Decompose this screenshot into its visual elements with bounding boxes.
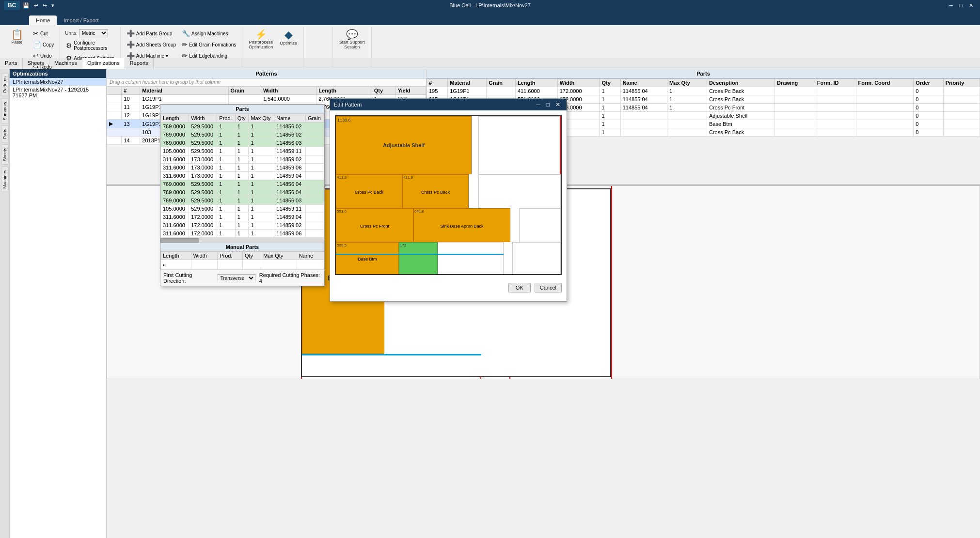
postprocess-button[interactable]: ⚡ PostprocessOptimization	[246, 28, 275, 51]
minimize-button[interactable]: ─	[947, 1, 956, 10]
dialog-maximize-button[interactable]: □	[544, 101, 552, 108]
cutting-dir-select[interactable]: Transverse Longitudinal	[218, 274, 255, 282]
col-width[interactable]: Width	[189, 114, 217, 123]
col-grain[interactable]: Grain	[228, 87, 261, 95]
add-sheets-group-button[interactable]: ➕ Add Sheets Group	[125, 39, 178, 50]
col-qty[interactable]: Qty	[235, 114, 249, 123]
maximize-button[interactable]: □	[956, 1, 965, 10]
col-maxqty[interactable]: Max Qty	[249, 114, 274, 123]
col-drawing[interactable]: Drawing	[775, 79, 815, 87]
qa-more-button[interactable]: ▾	[50, 2, 56, 9]
table-row[interactable]: 769.0000529.5000111114856 04	[161, 188, 324, 197]
col-prod[interactable]: Prod.	[217, 114, 235, 123]
table-row[interactable]: 769.0000529.5000111114856 02	[161, 123, 324, 131]
table-row[interactable]: 769.0000529.5000111114856 04	[161, 180, 324, 188]
assign-machines-button[interactable]: 🔧 Assign Machines	[180, 28, 238, 39]
col-name[interactable]: Name	[274, 114, 306, 123]
col-qty[interactable]: Qty	[372, 87, 395, 95]
col-grain[interactable]: Grain	[305, 114, 324, 123]
table-row[interactable]: 311.6000172.0000111114859 02	[161, 221, 324, 230]
vtab-patterns[interactable]: Patterns	[1, 73, 9, 96]
vtab-machines[interactable]: Machines	[1, 167, 9, 192]
units-select[interactable]: Metric Imperial	[79, 29, 108, 37]
tab-optimizations[interactable]: Optimizations	[82, 58, 125, 69]
edit-edgeband-button[interactable]: ✏ Edit Edgebanding	[180, 50, 238, 61]
dialog-close-button[interactable]: ✕	[553, 101, 563, 108]
vtab-summary[interactable]: Summary	[1, 98, 9, 124]
copy-button[interactable]: 📄 Copy	[31, 39, 56, 50]
col-priority[interactable]: Priority	[943, 79, 980, 87]
table-row[interactable]: 311.6000172.0000111114859 06	[161, 230, 324, 238]
col-hash[interactable]: #	[427, 79, 448, 87]
parts-dialog-scroll[interactable]: Length Width Prod. Qty Max Qty Name Grai…	[160, 114, 324, 238]
table-row[interactable]: 105.0000529.5000111114859 11	[161, 205, 324, 213]
table-row[interactable]: 1951G19P1411.6000172.00001114855 041Cros…	[427, 87, 980, 95]
col-length[interactable]: Length	[316, 87, 372, 95]
edit-grain-label: Edit Grain Formations	[189, 42, 236, 47]
vtab-parts[interactable]: Parts	[1, 125, 9, 142]
qa-redo-button[interactable]: ↪	[41, 2, 48, 9]
table-row[interactable]: 769.0000529.5000111114856 02	[161, 131, 324, 139]
parts-dialog-hscroll[interactable]	[160, 238, 324, 243]
col-qty[interactable]: Qty	[600, 79, 620, 87]
mcol-qty[interactable]: Qty	[242, 252, 261, 260]
col-yield[interactable]: Yield	[395, 87, 426, 95]
mcol-prod[interactable]: Prod.	[218, 252, 243, 260]
mcol-maxqty[interactable]: Max Qty	[261, 252, 297, 260]
col-order[interactable]: Order	[914, 79, 944, 87]
manual-parts-table: Length Width Prod. Qty Max Qty Name •	[160, 251, 324, 270]
optimize-button[interactable]: ◆ Optimize	[277, 28, 300, 47]
mcol-name[interactable]: Name	[297, 252, 324, 260]
paste-button[interactable]: 📋 Paste	[5, 28, 29, 46]
edit-edgeband-label: Edit Edgebanding	[189, 53, 227, 59]
tab-reports[interactable]: Reports	[125, 58, 154, 69]
start-support-button[interactable]: 💬 Start SupportSession	[337, 28, 367, 51]
tab-home[interactable]: Home	[29, 15, 57, 25]
table-row[interactable]: 769.0000529.5000111114856 03	[161, 139, 324, 147]
opt-item-2[interactable]: LPInternalsMixNov27 - 1292015 71627 PM	[10, 86, 106, 99]
optimizations-header: Optimizations	[10, 69, 106, 78]
tab-sheets[interactable]: Sheets	[23, 58, 49, 69]
add-parts-group-button[interactable]: ➕ Add Parts Group	[125, 28, 178, 39]
configure-postprocessors-button[interactable]: ⚙ ConfigurePostprocessors	[64, 39, 116, 52]
table-row[interactable]: 311.6000172.0000111114859 04	[161, 213, 324, 221]
tab-machines[interactable]: Machines	[49, 58, 82, 69]
table-row[interactable]: 311.6000173.0000111114859 04	[161, 172, 324, 180]
col-desc[interactable]: Description	[707, 79, 775, 87]
mcol-length[interactable]: Length	[161, 252, 191, 260]
add-parts-label: Add Parts Group	[136, 31, 172, 36]
cut-button[interactable]: ✂ Cut	[31, 28, 56, 39]
col-width[interactable]: Width	[261, 87, 316, 95]
col-name[interactable]: Name	[620, 79, 667, 87]
table-row[interactable]: 311.6000173.0000111114859 06	[161, 164, 324, 172]
mcol-width[interactable]: Width	[191, 252, 218, 260]
col-length[interactable]: Length	[515, 79, 557, 87]
row-grain	[228, 95, 261, 103]
col-material[interactable]: Material	[140, 87, 228, 95]
save-button[interactable]: 💾	[21, 2, 31, 9]
edit-grain-button[interactable]: ✏ Edit Grain Formations	[180, 39, 238, 50]
col-material[interactable]: Material	[448, 79, 487, 87]
table-row[interactable]: 311.6000173.0000111114859 02	[161, 155, 324, 164]
col-formcoord[interactable]: Form. Coord	[856, 79, 914, 87]
vtab-sheets[interactable]: Sheets	[1, 144, 9, 165]
col-grain[interactable]: Grain	[487, 79, 516, 87]
assign-machines-icon: 🔧	[182, 30, 190, 37]
close-button[interactable]: ✕	[966, 1, 976, 10]
cancel-button[interactable]: Cancel	[535, 283, 562, 292]
ok-button[interactable]: OK	[508, 283, 531, 292]
qa-undo-button[interactable]: ↩	[32, 2, 40, 9]
col-formid[interactable]: Form. ID	[815, 79, 856, 87]
support-label: Start SupportSession	[339, 40, 365, 49]
col-width[interactable]: Width	[557, 79, 600, 87]
tab-parts[interactable]: Parts	[0, 58, 23, 69]
table-row[interactable]: 769.0000529.5000111114856 03	[161, 197, 324, 205]
opt-item-1[interactable]: LPInternalsMixNov27	[10, 78, 106, 86]
table-row[interactable]: 105.0000529.5000111114859 11	[161, 147, 324, 155]
col-length[interactable]: Length	[161, 114, 189, 123]
tab-import-export[interactable]: Import / Export	[57, 15, 105, 25]
optimize-icon: ◆	[285, 30, 293, 40]
col-num1[interactable]: #	[122, 87, 140, 95]
dialog-minimize-button[interactable]: ─	[534, 101, 543, 108]
col-maxqty[interactable]: Max Qty	[667, 79, 707, 87]
